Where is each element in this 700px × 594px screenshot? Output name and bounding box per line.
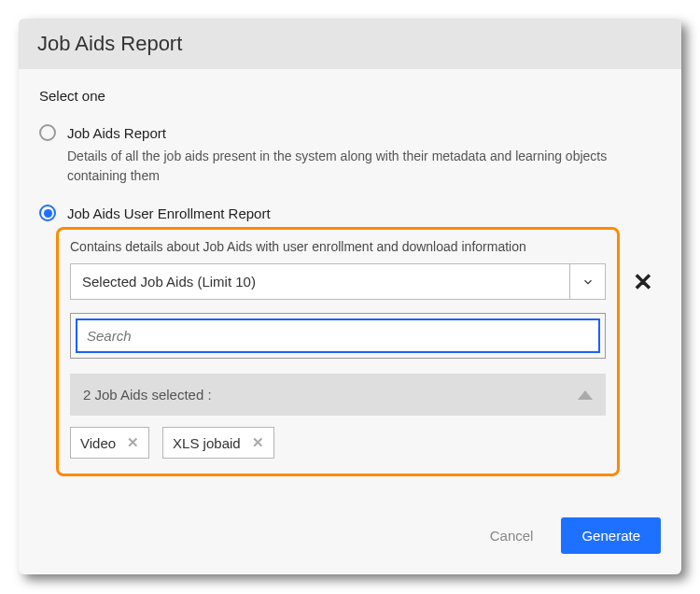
selected-count: 2 Job Aids selected :	[83, 387, 212, 403]
radio-job-aids-report-desc: Details of all the job aids present in t…	[67, 147, 661, 186]
close-icon[interactable]: ✕	[127, 434, 139, 451]
chip-label: Video	[80, 435, 116, 451]
cancel-button[interactable]: Cancel	[490, 528, 534, 544]
selected-summary-bar[interactable]: 2 Job Aids selected :	[70, 374, 606, 416]
search-input[interactable]	[76, 318, 600, 353]
generate-button[interactable]: Generate	[561, 517, 661, 554]
chip-xls-jobaid: XLS jobaid ✕	[162, 427, 274, 459]
select-prompt: Select one	[39, 88, 661, 104]
radio-icon	[39, 124, 56, 141]
highlighted-panel: Contains details about Job Aids with use…	[56, 227, 620, 476]
radio-job-aids-report[interactable]: Job Aids Report	[39, 124, 661, 141]
close-icon[interactable]: ✕	[252, 434, 264, 451]
job-aids-select[interactable]: Selected Job Aids (Limit 10)	[70, 263, 606, 300]
search-container	[70, 313, 606, 359]
select-label: Selected Job Aids (Limit 10)	[71, 264, 569, 299]
dialog-footer: Cancel Generate	[19, 495, 681, 574]
dialog-title: Job Aids Report	[37, 32, 663, 56]
dialog-body: Select one Job Aids Report Details of al…	[19, 69, 681, 495]
radio-icon	[39, 205, 56, 221]
clear-selection-icon[interactable]: ✕	[625, 268, 661, 297]
job-aids-report-dialog: Job Aids Report Select one Job Aids Repo…	[19, 19, 681, 574]
enrollment-config: Contains details about Job Aids with use…	[56, 227, 661, 476]
selected-chips: Video ✕ XLS jobaid ✕	[70, 427, 606, 459]
chevron-up-icon	[578, 390, 593, 400]
chip-label: XLS jobaid	[173, 435, 241, 451]
radio-label: Job Aids Report	[67, 125, 166, 141]
chip-video: Video ✕	[70, 427, 149, 459]
dialog-header: Job Aids Report	[19, 19, 681, 69]
chevron-down-icon	[569, 264, 605, 299]
enrollment-desc: Contains details about Job Aids with use…	[70, 239, 606, 254]
radio-label: Job Aids User Enrollment Report	[67, 205, 271, 221]
radio-user-enrollment-report[interactable]: Job Aids User Enrollment Report	[39, 205, 661, 221]
